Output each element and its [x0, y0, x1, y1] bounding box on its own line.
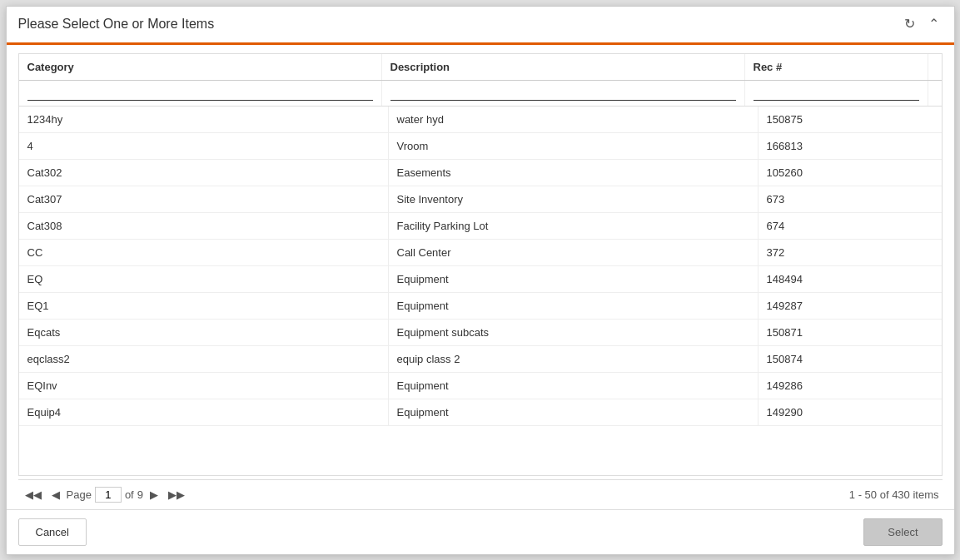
cell-rec_num: 105260: [759, 160, 942, 186]
page-of-label: of: [125, 488, 134, 501]
filter-category-input[interactable]: [27, 84, 373, 101]
select-dialog: Please Select One or More Items ↻ ⌃ Cate…: [6, 6, 955, 555]
page-label: Page: [67, 488, 92, 501]
table-row[interactable]: EqcatsEquipment subcats150871: [19, 320, 942, 346]
refresh-button[interactable]: ↻: [901, 16, 918, 32]
table-row[interactable]: Cat308Facility Parking Lot674: [19, 213, 942, 240]
cell-rec_num: 674: [759, 213, 942, 239]
cell-category: Cat307: [19, 186, 389, 212]
cell-category: EQInv: [19, 373, 389, 399]
dialog-footer: Cancel Select: [7, 509, 954, 554]
filter-scroll-spacer: [928, 81, 943, 106]
cell-rec_num: 148494: [759, 266, 942, 292]
cell-rec_num: 150874: [759, 346, 942, 372]
table-row[interactable]: EQInvEquipment149286: [19, 373, 942, 399]
pagination-bar: ◀◀ ◀ Page of 9 ▶ ▶▶ 1 - 50 of 430 items: [18, 479, 943, 509]
cell-description: Equipment: [389, 293, 759, 319]
dialog-header: Please Select One or More Items ↻ ⌃: [7, 7, 954, 45]
cell-rec_num: 372: [759, 240, 942, 265]
table-header: Category Description Rec #: [19, 54, 942, 81]
table-row[interactable]: CCCall Center372: [19, 240, 942, 266]
table-container: Category Description Rec #: [18, 53, 943, 476]
cell-category: EQ1: [19, 293, 389, 319]
cell-description: Site Inventory: [389, 186, 759, 212]
cell-category: 4: [19, 133, 389, 159]
first-page-button[interactable]: ◀◀: [22, 488, 45, 502]
cell-description: Equipment: [389, 399, 759, 425]
cell-category: Equip4: [19, 399, 389, 425]
total-pages: 9: [137, 488, 143, 501]
table-row[interactable]: 4Vroom166813: [19, 133, 942, 160]
cell-description: Call Center: [389, 240, 759, 265]
cell-description: Easements: [389, 160, 759, 186]
cell-rec_num: 149286: [759, 373, 942, 399]
filter-rec-num-cell: [745, 81, 928, 106]
filter-category-cell: [19, 81, 382, 106]
prev-page-button[interactable]: ◀: [48, 488, 63, 502]
next-page-button[interactable]: ▶: [147, 488, 162, 502]
select-button[interactable]: Select: [863, 518, 942, 546]
cell-category: Cat308: [19, 213, 389, 239]
cell-description: Equipment: [389, 266, 759, 292]
cell-category: Eqcats: [19, 320, 389, 345]
collapse-button[interactable]: ⌃: [925, 16, 943, 32]
cell-description: water hyd: [389, 107, 759, 132]
filter-row: [19, 81, 942, 107]
last-page-button[interactable]: ▶▶: [165, 488, 188, 502]
cell-description: Equipment subcats: [389, 320, 759, 345]
pagination-left: ◀◀ ◀ Page of 9 ▶ ▶▶: [22, 487, 188, 503]
table-row[interactable]: Equip4Equipment149290: [19, 399, 942, 426]
cell-rec_num: 149287: [759, 293, 942, 319]
page-number-input[interactable]: [95, 487, 122, 503]
header-rec-num: Rec #: [745, 54, 928, 80]
table-row[interactable]: eqclass2equip class 2150874: [19, 346, 942, 373]
header-icons: ↻ ⌃: [901, 16, 943, 32]
table-row[interactable]: EQEquipment148494: [19, 266, 942, 293]
header-category: Category: [19, 54, 382, 80]
cell-description: Vroom: [389, 133, 759, 159]
dialog-title: Please Select One or More Items: [18, 17, 215, 32]
filter-description-input[interactable]: [390, 84, 736, 101]
cell-rec_num: 673: [759, 186, 942, 212]
table-row[interactable]: EQ1Equipment149287: [19, 293, 942, 320]
cell-category: eqclass2: [19, 346, 389, 372]
header-scroll-spacer: [928, 54, 943, 80]
cell-rec_num: 166813: [759, 133, 942, 159]
cancel-button[interactable]: Cancel: [18, 518, 87, 546]
cell-description: Equipment: [389, 373, 759, 399]
cell-category: EQ: [19, 266, 389, 292]
cell-category: Cat302: [19, 160, 389, 186]
cell-rec_num: 150875: [759, 107, 942, 132]
cell-category: 1234hy: [19, 107, 389, 132]
dialog-content: Category Description Rec #: [7, 45, 954, 509]
cell-category: CC: [19, 240, 389, 265]
table-body[interactable]: 1234hywater hyd1508754Vroom166813Cat302E…: [19, 107, 942, 475]
table-row[interactable]: 1234hywater hyd150875: [19, 107, 942, 133]
cell-rec_num: 149290: [759, 399, 942, 425]
cell-description: equip class 2: [389, 346, 759, 372]
table-row[interactable]: Cat307Site Inventory673: [19, 186, 942, 213]
filter-description-cell: [382, 81, 745, 106]
cell-description: Facility Parking Lot: [389, 213, 759, 239]
table-row[interactable]: Cat302Easements105260: [19, 160, 942, 186]
header-description: Description: [382, 54, 745, 80]
filter-rec-num-input[interactable]: [754, 84, 919, 101]
cell-rec_num: 150871: [759, 320, 942, 345]
pagination-summary: 1 - 50 of 430 items: [849, 488, 939, 501]
